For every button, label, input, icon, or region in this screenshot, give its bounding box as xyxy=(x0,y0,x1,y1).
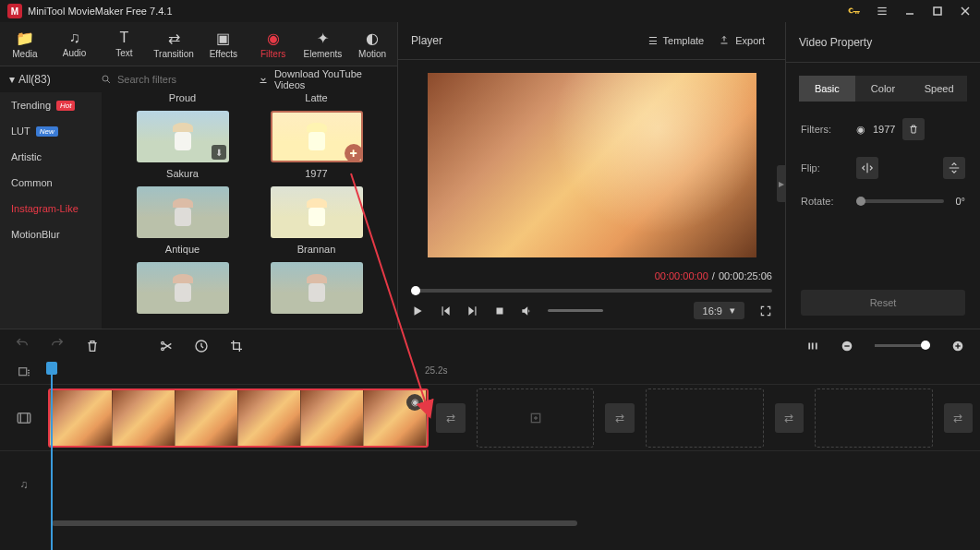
search-input[interactable] xyxy=(117,74,245,85)
category-trending[interactable]: TrendingHot xyxy=(0,92,102,118)
play-button[interactable] xyxy=(411,305,424,317)
tab-basic[interactable]: Basic xyxy=(799,76,855,102)
search-filters[interactable] xyxy=(97,74,248,85)
filter-brannan[interactable]: Brannan xyxy=(263,186,369,255)
stop-button[interactable] xyxy=(494,305,505,317)
export-icon xyxy=(719,35,730,46)
panel-expand-handle[interactable]: ▸ xyxy=(777,165,786,202)
audio-track-head[interactable]: ♫ xyxy=(0,451,48,517)
key-icon[interactable] xyxy=(847,4,862,18)
reset-button[interactable]: Reset xyxy=(801,290,965,316)
tab-effects[interactable]: ▣Effects xyxy=(199,22,248,66)
next-button[interactable] xyxy=(466,305,479,317)
flip-label: Flip: xyxy=(801,162,845,173)
tab-text[interactable]: TText xyxy=(100,22,150,66)
category-instagram-like[interactable]: Instagram-Like xyxy=(0,196,102,221)
zoom-slider[interactable] xyxy=(875,344,930,347)
timeline-scrollbar[interactable] xyxy=(52,520,928,528)
add-filter-icon[interactable]: + xyxy=(345,144,363,162)
export-button[interactable]: Export xyxy=(711,31,772,50)
video-clip[interactable]: ◉ xyxy=(48,389,429,448)
category-all[interactable]: ▾ All(83) xyxy=(0,73,97,86)
transition-slot[interactable]: ⇄ xyxy=(605,403,634,433)
close-icon[interactable] xyxy=(958,4,973,18)
video-track-head[interactable] xyxy=(0,385,48,450)
empty-clip-slot[interactable] xyxy=(646,389,764,448)
minimize-icon[interactable] xyxy=(902,4,917,18)
filter-item[interactable] xyxy=(129,262,236,314)
empty-clip-slot[interactable] xyxy=(477,389,595,448)
svg-rect-14 xyxy=(812,342,814,349)
template-button[interactable]: ☰Template xyxy=(641,31,712,51)
rotate-label: Rotate: xyxy=(801,196,845,207)
fullscreen-button[interactable] xyxy=(759,305,772,317)
filter-item[interactable] xyxy=(263,262,369,314)
tab-motion[interactable]: ◐Motion xyxy=(347,22,397,66)
tab-media[interactable]: 📁Media xyxy=(0,22,50,66)
tab-filters[interactable]: ◉Filters xyxy=(248,22,298,66)
empty-clip-slot[interactable] xyxy=(815,389,933,448)
download-icon: ⬇ xyxy=(212,145,226,160)
svg-point-10 xyxy=(162,341,164,344)
clip-filter-icon: ◉ xyxy=(406,394,423,411)
svg-rect-20 xyxy=(957,343,958,348)
zoom-out-button[interactable] xyxy=(840,339,854,353)
media-panel: 📁Media ♫Audio TText ⇄Transition ▣Effects… xyxy=(0,22,397,329)
tab-speed[interactable]: Speed xyxy=(911,76,967,102)
tab-color[interactable]: Color xyxy=(855,76,912,102)
effects-icon: ▣ xyxy=(216,30,230,47)
zoom-in-button[interactable] xyxy=(950,339,965,353)
transition-slot[interactable]: ⇄ xyxy=(775,403,804,433)
maximize-icon[interactable] xyxy=(930,4,945,18)
progress-bar[interactable] xyxy=(411,289,772,293)
flip-horizontal-button[interactable] xyxy=(856,157,878,179)
time-total: 00:00:25:06 xyxy=(719,270,772,281)
svg-rect-13 xyxy=(808,342,810,349)
prev-button[interactable] xyxy=(439,305,452,317)
flip-vertical-button[interactable] xyxy=(943,157,965,179)
delete-filter-button[interactable] xyxy=(902,118,925,140)
transition-slot[interactable]: ⇄ xyxy=(436,403,465,433)
tab-transition[interactable]: ⇄Transition xyxy=(149,22,199,66)
category-common[interactable]: Common xyxy=(0,170,102,196)
svg-rect-15 xyxy=(816,342,817,349)
property-panel: Video Property Basic Color Speed Filters… xyxy=(785,22,980,329)
category-motionblur[interactable]: MotionBlur xyxy=(0,221,102,247)
transition-slot[interactable]: ⇄ xyxy=(944,403,973,433)
redo-button[interactable] xyxy=(50,339,65,353)
filters-grid: Proud Latte ⬇ Sakura + 1977 Antique Bran… xyxy=(102,92,397,329)
filter-antique[interactable]: Antique xyxy=(129,186,236,255)
speed-button[interactable] xyxy=(194,339,209,353)
split-button[interactable] xyxy=(159,339,174,353)
titlebar: M MiniTool MovieMaker Free 7.4.1 xyxy=(0,0,980,22)
player-title: Player xyxy=(411,34,641,47)
folder-icon: 📁 xyxy=(16,30,34,47)
filter-1977[interactable]: + 1977 xyxy=(263,111,369,179)
filter-applied-icon: ◉ xyxy=(856,124,865,136)
menu-icon[interactable] xyxy=(875,4,889,18)
filter-sakura[interactable]: ⬇ Sakura xyxy=(129,111,236,179)
aspect-ratio-select[interactable]: 16:9▾ xyxy=(694,302,744,319)
timeline: 0s 25.2s ◉ ⇄ ⇄ ⇄ ⇄ ♫ xyxy=(0,362,980,550)
category-lut[interactable]: LUTNew xyxy=(0,118,102,144)
timeline-ruler[interactable]: 0s 25.2s xyxy=(48,362,980,384)
add-track-button[interactable] xyxy=(0,362,48,384)
rotate-value: 0° xyxy=(955,196,965,207)
category-artistic[interactable]: Artistic xyxy=(0,144,102,170)
template-icon: ☰ xyxy=(648,35,658,47)
volume-slider[interactable] xyxy=(548,309,603,312)
undo-button[interactable] xyxy=(15,339,30,353)
music-icon: ♫ xyxy=(69,30,80,46)
fit-button[interactable] xyxy=(806,340,819,353)
filter-applied-name: 1977 xyxy=(873,124,895,135)
crop-button[interactable] xyxy=(229,339,244,353)
elements-icon: ✦ xyxy=(317,30,329,47)
download-youtube-button[interactable]: Download YouTube Videos xyxy=(248,68,397,90)
volume-button[interactable] xyxy=(520,305,533,317)
rotate-slider[interactable] xyxy=(856,199,944,203)
audio-track[interactable] xyxy=(48,451,980,517)
tab-elements[interactable]: ✦Elements xyxy=(298,22,348,66)
delete-button[interactable] xyxy=(85,339,100,353)
playhead[interactable] xyxy=(51,362,53,550)
tab-audio[interactable]: ♫Audio xyxy=(50,22,100,66)
